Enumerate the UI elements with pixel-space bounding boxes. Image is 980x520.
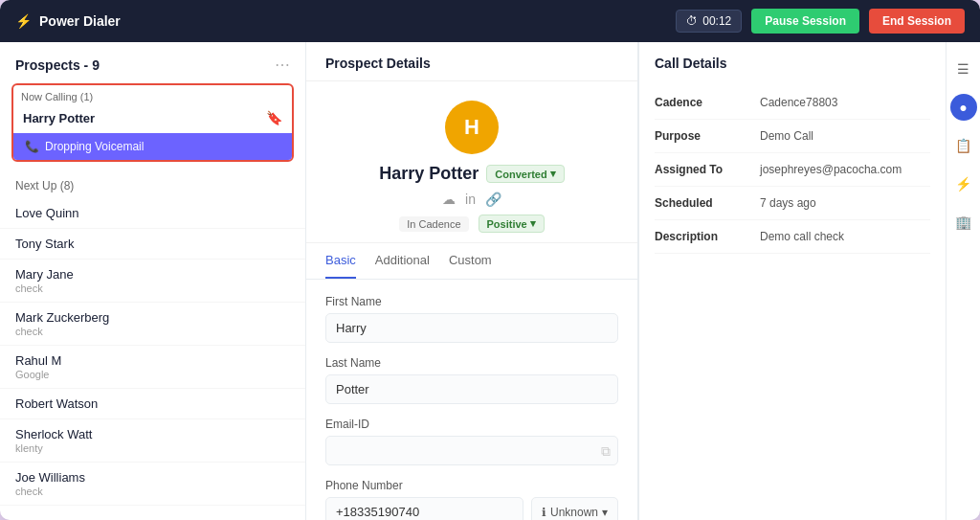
list-item[interactable]: Sherlock Watt klenty xyxy=(0,419,305,463)
panel-menu-icon[interactable]: ⋯ xyxy=(275,56,290,74)
form-content: First Name Last Name Email-ID ⧉ Phone Nu… xyxy=(306,280,637,520)
phone-row: ℹ Unknown ▾ xyxy=(325,497,618,520)
prospect-sub: Google xyxy=(15,369,290,380)
phone-input[interactable] xyxy=(325,497,523,520)
prospect-sub: check xyxy=(15,283,290,294)
lightning-icon[interactable]: ⚡ xyxy=(950,170,977,197)
calling-name: Harry Potter xyxy=(23,111,95,125)
voicemail-icon: 📞 xyxy=(25,140,39,153)
timer-badge: ⏱ 00:12 xyxy=(676,10,742,33)
calling-name-row: Harry Potter 🔖 xyxy=(13,106,292,133)
prospect-name: Mark Zuckerberg xyxy=(15,310,290,325)
detail-row: Assigned To josephreyes@pacocha.com xyxy=(655,153,930,187)
detail-key: Cadence xyxy=(655,96,760,109)
profile-name: Harry Potter xyxy=(379,164,479,184)
tab-basic[interactable]: Basic xyxy=(325,243,356,279)
list-icon[interactable]: ☰ xyxy=(950,56,977,82)
profile-name-row: Harry Potter Converted ▾ xyxy=(379,164,564,184)
prospects-list: Love Quinn Tony Stark Mary Jane check Ma… xyxy=(0,198,305,520)
prospect-name: Mary Jane xyxy=(15,267,290,282)
left-panel: Prospects - 9 ⋯ Now Calling (1) Harry Po… xyxy=(0,42,306,520)
detail-key: Purpose xyxy=(655,129,760,143)
now-calling-box: Now Calling (1) Harry Potter 🔖 📞 Droppin… xyxy=(11,83,294,162)
detail-key: Assigned To xyxy=(655,163,760,176)
building-icon[interactable]: 🏢 xyxy=(950,209,977,236)
prospect-name: Love Quinn xyxy=(15,206,290,220)
prospect-details-title: Prospect Details xyxy=(306,42,637,81)
list-item[interactable]: Robert Watson xyxy=(0,389,305,419)
next-up-header: Next Up (8) xyxy=(0,171,305,198)
linkedin-icon[interactable]: in xyxy=(465,192,476,207)
info-icon: ℹ xyxy=(542,506,546,519)
call-details-header: Call Details xyxy=(639,42,946,80)
phone-type-label: Unknown xyxy=(550,506,598,519)
phone-label: Phone Number xyxy=(325,479,618,492)
prospect-name: Joe Williams xyxy=(15,470,290,485)
detail-key: Description xyxy=(655,230,760,243)
detail-value: Cadence78803 xyxy=(760,96,930,109)
chevron-down-icon: ▾ xyxy=(602,506,608,519)
panel-title: Prospects - 9 xyxy=(15,57,100,73)
cloud-icon[interactable]: ☁ xyxy=(442,192,456,207)
avatar: H xyxy=(445,101,499,154)
prospect-name: Robert Watson xyxy=(15,396,290,411)
end-session-button[interactable]: End Session xyxy=(869,9,965,34)
list-item[interactable]: Love Quinn xyxy=(0,198,305,229)
prospect-sub: check xyxy=(15,326,290,337)
first-name-input[interactable] xyxy=(325,313,618,343)
now-calling-label: Now Calling (1) xyxy=(13,85,292,106)
detail-row: Purpose Demo Call xyxy=(655,120,930,153)
detail-key: Scheduled xyxy=(655,196,760,210)
list-item[interactable]: Rahul M Google xyxy=(0,346,305,389)
tab-custom[interactable]: Custom xyxy=(449,243,492,279)
status-row: In Cadence Positive ▾ xyxy=(399,215,544,233)
panel-header: Prospects - 9 ⋯ xyxy=(0,42,305,83)
voicemail-bar[interactable]: 📞 Dropping Voicemail xyxy=(13,133,292,160)
positive-badge[interactable]: Positive ▾ xyxy=(479,215,545,233)
prospect-sub: klenty xyxy=(15,442,290,454)
tab-additional[interactable]: Additional xyxy=(375,243,430,279)
voicemail-label: Dropping Voicemail xyxy=(45,140,144,153)
header-right: ⏱ 00:12 Pause Session End Session xyxy=(676,9,965,34)
bookmark-icon[interactable]: 🔖 xyxy=(266,110,282,125)
chevron-down-icon: ▾ xyxy=(550,168,556,180)
call-details-title: Call Details xyxy=(655,56,726,71)
phone-field: Phone Number ℹ Unknown ▾ xyxy=(325,479,618,520)
detail-row: Scheduled 7 days ago xyxy=(655,187,930,220)
pause-session-button[interactable]: Pause Session xyxy=(751,9,859,34)
app-title: Power Dialer xyxy=(39,13,121,29)
phone-type-select[interactable]: ℹ Unknown ▾ xyxy=(531,497,618,520)
copy-icon[interactable]: ⧉ xyxy=(601,442,611,459)
circle-icon[interactable]: ● xyxy=(950,94,977,121)
prospect-name: Tony Stark xyxy=(15,237,290,251)
converted-badge[interactable]: Converted ▾ xyxy=(486,165,564,183)
email-input[interactable] xyxy=(325,436,618,465)
last-name-field: Last Name xyxy=(325,356,618,404)
call-details-content: Cadence Cadence78803 Purpose Demo Call A… xyxy=(639,80,946,520)
clock-icon: ⏱ xyxy=(686,14,698,28)
link-icon[interactable]: 🔗 xyxy=(485,192,501,207)
list-item[interactable]: Mary Jane check xyxy=(0,260,305,303)
tabs-row: BasicAdditionalCustom xyxy=(306,243,637,280)
social-icons: ☁ in 🔗 xyxy=(442,192,501,207)
last-name-input[interactable] xyxy=(325,374,618,404)
right-side-wrapper: Call Details Cadence Cadence78803 Purpos… xyxy=(638,42,980,520)
chevron-down-icon: ▾ xyxy=(530,217,536,230)
list-item[interactable]: Mark Zuckerberg check xyxy=(0,303,305,346)
first-name-label: First Name xyxy=(325,295,618,308)
detail-row: Cadence Cadence78803 xyxy=(655,86,930,120)
header: ⚡ Power Dialer ⏱ 00:12 Pause Session End… xyxy=(0,0,980,42)
phone-input-wrap xyxy=(325,497,523,520)
detail-row: Description Demo call check xyxy=(655,220,930,254)
email-label: Email-ID xyxy=(325,418,618,431)
header-left: ⚡ Power Dialer xyxy=(15,13,121,29)
list-item[interactable]: Tony Stark xyxy=(0,229,305,260)
prospect-profile: H Harry Potter Converted ▾ ☁ in 🔗 In Cad… xyxy=(306,81,637,243)
middle-panel: Prospect Details H Harry Potter Converte… xyxy=(306,42,638,520)
detail-value: josephreyes@pacocha.com xyxy=(760,163,930,176)
email-field: Email-ID ⧉ xyxy=(325,418,618,465)
notes-icon[interactable]: 📋 xyxy=(950,132,977,159)
main-content: Prospects - 9 ⋯ Now Calling (1) Harry Po… xyxy=(0,42,980,520)
list-item[interactable]: Joe Williams check xyxy=(0,463,305,506)
timer-display: 00:12 xyxy=(702,14,731,28)
